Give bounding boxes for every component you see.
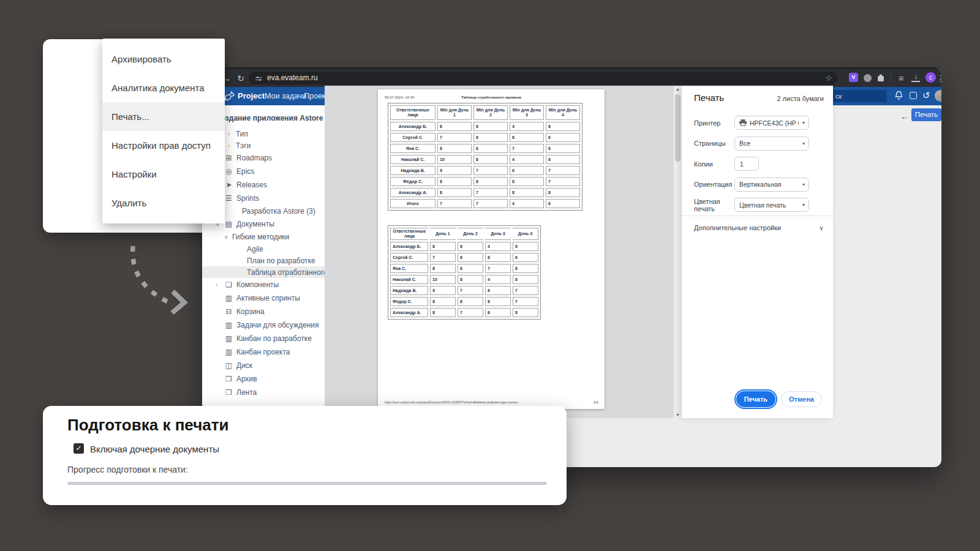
menu-item[interactable]: Настройки xyxy=(102,160,225,189)
preview-page: 09.07.2024, 16:34 Таблица отработанного … xyxy=(378,89,605,409)
value-cell: 8 xyxy=(513,308,538,317)
sidebar-item[interactable]: ⊟Корзина xyxy=(202,305,325,318)
table-row: Александр Б.8848 xyxy=(390,122,580,131)
value-cell: 9 xyxy=(430,286,456,295)
menu-item[interactable]: Удалить xyxy=(102,189,225,217)
value-cell: 8 xyxy=(437,122,472,131)
menu-item[interactable]: Архивировать xyxy=(102,45,225,73)
value-cell: 8 xyxy=(485,297,511,306)
value-cell: 8 xyxy=(546,155,580,164)
setting-label: Цветная печать xyxy=(694,198,734,212)
table-row: Александр А.8788 xyxy=(390,308,538,317)
chevron-collapsed-icon[interactable]: › xyxy=(216,282,224,288)
value-cell: 9 xyxy=(437,166,472,175)
extensions-puzzle-icon[interactable] xyxy=(876,73,885,84)
value-cell: 8 xyxy=(513,242,538,251)
table-header-cell: День 4 xyxy=(513,228,538,240)
kebab-menu-icon[interactable]: ⋮ xyxy=(935,72,941,85)
context-menu: АрхивироватьАналитика документаПечать...… xyxy=(102,39,225,223)
dashed-arrow-annotation xyxy=(113,240,199,323)
chevron-collapsed-icon[interactable]: › xyxy=(228,143,236,149)
include-children-checkbox[interactable]: ✓ xyxy=(74,443,84,454)
eva-logo-icon[interactable] xyxy=(223,89,236,105)
address-bar[interactable]: eva.evateam.ru ☆ xyxy=(249,72,838,84)
value-cell: 8 xyxy=(430,264,456,273)
history-icon[interactable]: ↺ xyxy=(922,90,930,101)
bookmark-star-icon[interactable]: ☆ xyxy=(825,72,832,84)
sidebar-item[interactable]: ▥Канбан по разработке xyxy=(202,332,325,345)
value-cell: 8 xyxy=(430,242,456,251)
notifications-bell-icon[interactable] xyxy=(894,91,903,103)
sidebar-item-label: Канбан проекта xyxy=(236,348,290,356)
person-cell: Яна С. xyxy=(390,264,428,273)
value-cell: 8 xyxy=(437,188,472,197)
value-cell: 6 xyxy=(510,166,544,175)
value-cell: 7 xyxy=(458,286,483,295)
download-icon[interactable]: ↓ xyxy=(911,72,920,82)
board-icon: ▥ xyxy=(224,294,234,302)
menu-item[interactable]: Настройки прав доступ xyxy=(102,131,225,160)
person-cell: Итого xyxy=(390,199,435,208)
value-cell: 4 xyxy=(485,242,511,251)
tasks-icon[interactable]: ≡ xyxy=(895,72,907,85)
value-cell: 8 xyxy=(458,253,483,262)
sidebar-item[interactable]: ▥Канбан проекта xyxy=(202,345,325,359)
value-cell: 4 xyxy=(510,199,544,208)
progress-label: Прогресс подготовки к печати: xyxy=(67,465,188,474)
print-button[interactable]: Печать xyxy=(736,391,775,407)
table-header-cell: День 1 xyxy=(430,228,456,240)
notes-icon[interactable] xyxy=(910,92,917,99)
value-cell: 8 xyxy=(485,308,511,317)
sidebar-item[interactable]: Таблица отработанного времени xyxy=(202,266,325,278)
cancel-button[interactable]: Отмена xyxy=(781,391,822,407)
back-arrow-icon[interactable]: ← xyxy=(900,111,909,121)
sidebar-item[interactable]: Agile xyxy=(202,243,325,255)
sidebar-item[interactable]: ›❏Компоненты xyxy=(202,278,325,291)
sidebar-item[interactable]: ❐Лента xyxy=(202,386,325,399)
sidebar-item[interactable]: ◫Диск xyxy=(202,359,325,372)
copies-input[interactable]: 1 xyxy=(734,157,759,171)
nav-my-tasks[interactable]: Мои задачи xyxy=(265,92,306,100)
setting-select[interactable]: HPFCE43C (HP Color La:▾ xyxy=(734,116,809,130)
table-row: Надежда В.9767 xyxy=(390,286,538,295)
sidebar-item-label: Разработка Astore (3) xyxy=(242,207,315,216)
sidebar-item[interactable]: ∨Гибкие методики xyxy=(202,231,325,243)
menu-item[interactable]: Печать... xyxy=(102,102,225,131)
value-cell: 8 xyxy=(485,253,511,262)
more-settings-row[interactable]: Дополнительные настройки ∨ xyxy=(694,222,824,234)
scroll-up-icon[interactable]: ▲ xyxy=(674,87,682,91)
sidebar-item[interactable]: План по разработке xyxy=(202,255,325,266)
scroll-down-icon[interactable]: ▼ xyxy=(674,413,682,417)
eva-print-button[interactable]: Печать xyxy=(911,108,941,121)
extension-globe-icon[interactable] xyxy=(864,74,872,82)
value-cell: 8 xyxy=(430,308,456,317)
app-product-name[interactable]: Project xyxy=(238,91,265,100)
sidebar-item-label: Agile xyxy=(247,245,263,253)
project-title[interactable]: Создание приложения Astore xyxy=(216,114,325,122)
preview-scrollbar[interactable]: ▲ ▼ xyxy=(674,86,682,418)
value-cell: 8 xyxy=(473,133,508,142)
preview-footer-url: https://bcm.carbonsoft.ru/project/Docume… xyxy=(385,400,518,404)
preview-doc-title: Таблица отработанного времени xyxy=(378,96,605,99)
value-cell: 8 xyxy=(437,177,472,186)
sidebar-item-label: Архив xyxy=(236,375,257,383)
table-header-cell: Min для День 4 xyxy=(546,105,580,120)
chevron-collapsed-icon[interactable]: › xyxy=(228,131,236,137)
extension-v-icon[interactable]: V xyxy=(849,73,858,82)
setting-select[interactable]: Вертикальная▾ xyxy=(734,178,809,192)
chevron-expanded-icon[interactable]: ∨ xyxy=(224,234,232,240)
user-avatar[interactable] xyxy=(935,90,941,102)
site-info-icon[interactable] xyxy=(255,74,263,87)
value-cell: 8 xyxy=(437,144,472,153)
sidebar-item[interactable]: ▥Активные спринты xyxy=(202,291,325,305)
setting-select[interactable]: Все▾ xyxy=(734,137,809,151)
scrollbar-thumb[interactable] xyxy=(675,94,680,162)
reload-icon[interactable]: ↻ xyxy=(235,72,247,85)
sidebar-item[interactable]: ❒Архив xyxy=(202,372,325,386)
sidebar-item[interactable]: ▥Задачи для обсуждения xyxy=(202,318,325,332)
menu-item[interactable]: Аналитика документа xyxy=(102,73,225,102)
setting-select[interactable]: Цветная печать▾ xyxy=(734,198,809,212)
value-cell: 7 xyxy=(473,166,508,175)
value-cell: 8 xyxy=(458,242,483,251)
person-cell: Сергей С. xyxy=(390,253,428,262)
